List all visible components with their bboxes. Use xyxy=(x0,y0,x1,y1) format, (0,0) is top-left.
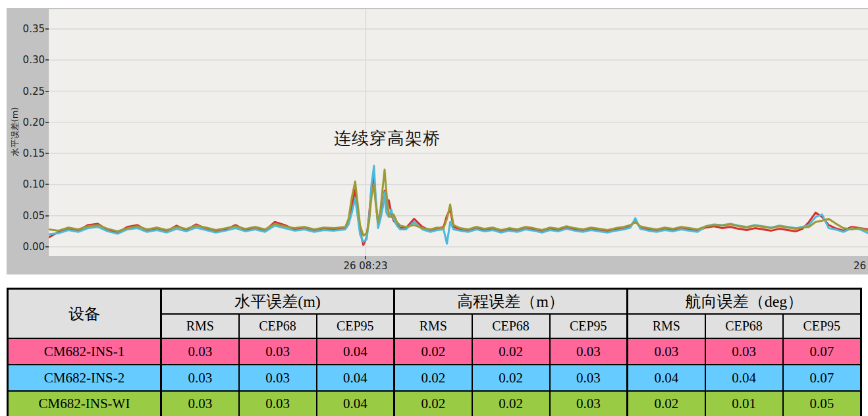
table-row: CM682-INS-10.030.030.040.020.020.030.030… xyxy=(8,338,861,365)
value-cell: 0.02 xyxy=(472,338,550,365)
value-cell: 0.02 xyxy=(394,391,472,416)
error-line-chart xyxy=(49,9,868,256)
col-header-cep68: CEP68 xyxy=(472,314,550,338)
value-cell: 0.03 xyxy=(628,338,705,365)
value-cell: 0.03 xyxy=(550,391,628,416)
series-CM682-INS-2 xyxy=(49,166,868,244)
col-header-cep95: CEP95 xyxy=(317,314,394,338)
plot-area: 连续穿高架桥 xyxy=(49,9,868,256)
value-cell: 0.04 xyxy=(317,365,394,391)
y-tick-label: 0.35 xyxy=(14,23,45,35)
value-cell: 0.02 xyxy=(472,365,550,391)
value-cell: 0.03 xyxy=(161,338,239,365)
device-column-header: 设备 xyxy=(8,289,161,339)
y-tick-label: 0.15 xyxy=(14,147,45,159)
value-cell: 0.04 xyxy=(705,365,783,391)
x-tick-label-end: 26 xyxy=(854,260,866,272)
value-cell: 0.02 xyxy=(394,365,472,391)
x-tick-label-time: 26 08:23 xyxy=(343,260,387,272)
col-header-cep68: CEP68 xyxy=(705,314,783,338)
value-cell: 0.03 xyxy=(239,365,317,391)
col-header-rms: RMS xyxy=(161,314,239,338)
y-tick-label: 0.30 xyxy=(14,54,45,66)
value-cell: 0.07 xyxy=(783,365,861,391)
value-cell: 0.01 xyxy=(705,391,783,416)
value-cell: 0.03 xyxy=(705,338,783,365)
device-cell: CM682-INS-WI xyxy=(8,391,161,416)
value-cell: 0.02 xyxy=(628,391,705,416)
table-row: CM682-INS-20.030.030.040.020.020.030.040… xyxy=(8,365,861,391)
value-cell: 0.03 xyxy=(239,338,317,365)
error-chart-panel: 水平误差(m) 0.000.050.100.150.200.250.300.35… xyxy=(7,8,868,274)
value-cell: 0.04 xyxy=(317,338,394,365)
group-header-horizontal-error: 水平误差(m) xyxy=(161,289,394,315)
series-CM682-INS-1 xyxy=(49,175,868,245)
value-cell: 0.03 xyxy=(550,338,628,365)
col-header-rms: RMS xyxy=(394,314,472,338)
value-cell: 0.02 xyxy=(472,391,550,416)
results-table: 设备 水平误差(m) 高程误差（m） 航向误差（deg） RMS CEP68 C… xyxy=(7,288,862,416)
device-cell: CM682-INS-1 xyxy=(8,338,161,365)
y-tick-label: 0.10 xyxy=(14,178,45,190)
value-cell: 0.07 xyxy=(783,338,861,365)
col-header-rms: RMS xyxy=(628,314,705,338)
value-cell: 0.04 xyxy=(317,391,394,416)
y-tick-label: 0.05 xyxy=(14,210,45,222)
col-header-cep95: CEP95 xyxy=(550,314,628,338)
table-row: CM682-INS-WI0.030.030.040.020.020.030.02… xyxy=(8,391,861,416)
value-cell: 0.04 xyxy=(628,365,705,391)
y-tick-label: 0.25 xyxy=(14,86,45,97)
group-header-height-error: 高程误差（m） xyxy=(394,289,628,315)
device-cell: CM682-INS-2 xyxy=(8,365,161,391)
value-cell: 0.03 xyxy=(161,391,239,416)
value-cell: 0.03 xyxy=(239,391,317,416)
annotation-label: 连续穿高架桥 xyxy=(334,127,441,150)
value-cell: 0.03 xyxy=(550,365,628,391)
group-header-heading-error: 航向误差（deg） xyxy=(628,289,861,315)
y-tick-label: 0.00 xyxy=(14,241,45,253)
col-header-cep95: CEP95 xyxy=(783,314,861,338)
x-tick-mark xyxy=(365,256,366,259)
value-cell: 0.03 xyxy=(161,365,239,391)
value-cell: 0.02 xyxy=(394,338,472,365)
y-tick-label: 0.20 xyxy=(14,117,45,128)
value-cell: 0.05 xyxy=(783,391,861,416)
col-header-cep68: CEP68 xyxy=(239,314,317,338)
